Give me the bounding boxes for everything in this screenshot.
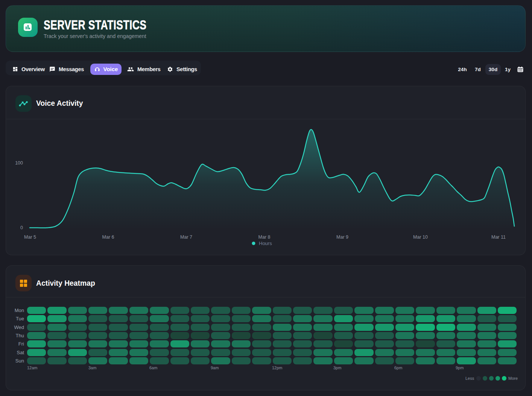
svg-text:Mar 5: Mar 5: [24, 235, 36, 240]
svg-text:Mar 11: Mar 11: [491, 235, 506, 240]
svg-text:Mar 10: Mar 10: [413, 235, 428, 240]
svg-text:0: 0: [20, 225, 23, 230]
svg-text:Hours: Hours: [259, 241, 272, 246]
svg-text:Mar 6: Mar 6: [102, 235, 114, 240]
svg-text:Mar 9: Mar 9: [336, 235, 348, 240]
svg-text:100: 100: [15, 160, 23, 166]
svg-text:Mar 7: Mar 7: [180, 235, 192, 240]
svg-text:Mar 8: Mar 8: [258, 235, 271, 240]
